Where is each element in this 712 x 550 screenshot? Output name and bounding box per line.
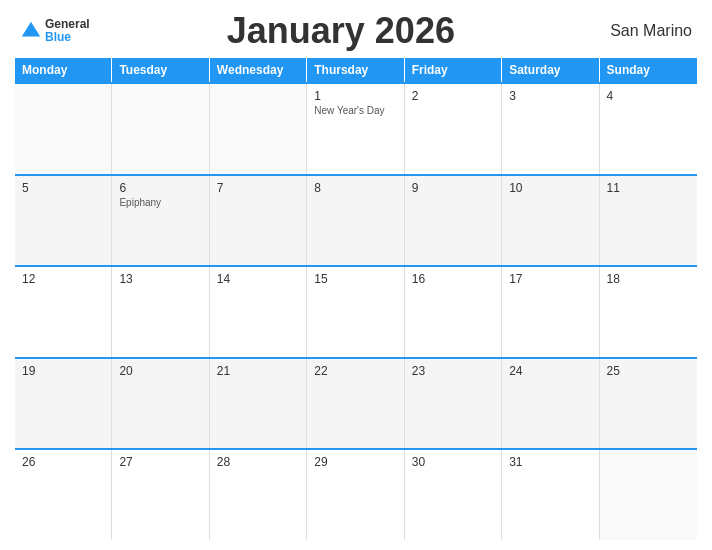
day-cell: 9 — [405, 176, 502, 266]
day-cell: 15 — [307, 267, 404, 357]
week-row-5: 262728293031 — [15, 448, 697, 540]
day-number: 8 — [314, 181, 396, 195]
day-number: 18 — [607, 272, 690, 286]
day-cell: 4 — [600, 84, 697, 174]
day-number: 12 — [22, 272, 104, 286]
day-cell: 21 — [210, 359, 307, 449]
day-cell — [112, 84, 209, 174]
day-cell: 29 — [307, 450, 404, 540]
day-number: 3 — [509, 89, 591, 103]
day-number: 17 — [509, 272, 591, 286]
day-header-sunday: Sunday — [600, 58, 697, 82]
day-cell: 30 — [405, 450, 502, 540]
day-cell: 10 — [502, 176, 599, 266]
day-cell: 19 — [15, 359, 112, 449]
day-cell: 12 — [15, 267, 112, 357]
week-row-3: 12131415161718 — [15, 265, 697, 357]
day-number: 23 — [412, 364, 494, 378]
calendar-grid: MondayTuesdayWednesdayThursdayFridaySatu… — [15, 58, 697, 540]
day-number: 14 — [217, 272, 299, 286]
day-header-saturday: Saturday — [502, 58, 599, 82]
day-number: 26 — [22, 455, 104, 469]
day-number: 25 — [607, 364, 690, 378]
day-number: 21 — [217, 364, 299, 378]
day-number: 19 — [22, 364, 104, 378]
day-cell: 8 — [307, 176, 404, 266]
logo-icon — [20, 20, 42, 42]
day-cell: 18 — [600, 267, 697, 357]
day-header-friday: Friday — [405, 58, 502, 82]
weeks-container: 1New Year's Day23456Epiphany789101112131… — [15, 82, 697, 540]
day-cell: 24 — [502, 359, 599, 449]
day-cell: 11 — [600, 176, 697, 266]
day-number: 15 — [314, 272, 396, 286]
day-cell: 16 — [405, 267, 502, 357]
day-header-monday: Monday — [15, 58, 112, 82]
day-cell — [210, 84, 307, 174]
day-header-thursday: Thursday — [307, 58, 404, 82]
day-cell: 1New Year's Day — [307, 84, 404, 174]
day-cell: 27 — [112, 450, 209, 540]
day-number: 29 — [314, 455, 396, 469]
day-number: 1 — [314, 89, 396, 103]
month-title: January 2026 — [90, 10, 592, 52]
day-cell: 17 — [502, 267, 599, 357]
day-number: 5 — [22, 181, 104, 195]
day-cell: 3 — [502, 84, 599, 174]
calendar-container: General Blue January 2026 San Marino Mon… — [0, 0, 712, 550]
day-number: 11 — [607, 181, 690, 195]
day-number: 22 — [314, 364, 396, 378]
day-cell: 2 — [405, 84, 502, 174]
day-cell: 20 — [112, 359, 209, 449]
day-cell: 7 — [210, 176, 307, 266]
day-number: 20 — [119, 364, 201, 378]
logo: General Blue — [20, 18, 90, 44]
week-row-2: 56Epiphany7891011 — [15, 174, 697, 266]
calendar-header: General Blue January 2026 San Marino — [15, 10, 697, 52]
day-number: 6 — [119, 181, 201, 195]
day-number: 28 — [217, 455, 299, 469]
day-headers-row: MondayTuesdayWednesdayThursdayFridaySatu… — [15, 58, 697, 82]
week-row-1: 1New Year's Day234 — [15, 82, 697, 174]
day-number: 16 — [412, 272, 494, 286]
day-event: New Year's Day — [314, 105, 396, 116]
country-label: San Marino — [592, 22, 692, 40]
day-cell: 14 — [210, 267, 307, 357]
day-number: 13 — [119, 272, 201, 286]
day-number: 4 — [607, 89, 690, 103]
svg-marker-0 — [22, 22, 40, 37]
day-event: Epiphany — [119, 197, 201, 208]
day-number: 10 — [509, 181, 591, 195]
day-number: 27 — [119, 455, 201, 469]
day-number: 24 — [509, 364, 591, 378]
day-number: 2 — [412, 89, 494, 103]
day-cell — [600, 450, 697, 540]
day-number: 30 — [412, 455, 494, 469]
day-cell: 26 — [15, 450, 112, 540]
day-number: 31 — [509, 455, 591, 469]
day-cell: 23 — [405, 359, 502, 449]
day-cell: 22 — [307, 359, 404, 449]
day-number: 9 — [412, 181, 494, 195]
day-cell: 6Epiphany — [112, 176, 209, 266]
day-cell: 13 — [112, 267, 209, 357]
day-cell: 25 — [600, 359, 697, 449]
day-cell: 31 — [502, 450, 599, 540]
logo-blue-text: Blue — [45, 31, 90, 44]
day-cell: 5 — [15, 176, 112, 266]
day-header-tuesday: Tuesday — [112, 58, 209, 82]
day-number: 7 — [217, 181, 299, 195]
day-cell: 28 — [210, 450, 307, 540]
week-row-4: 19202122232425 — [15, 357, 697, 449]
day-header-wednesday: Wednesday — [210, 58, 307, 82]
day-cell — [15, 84, 112, 174]
